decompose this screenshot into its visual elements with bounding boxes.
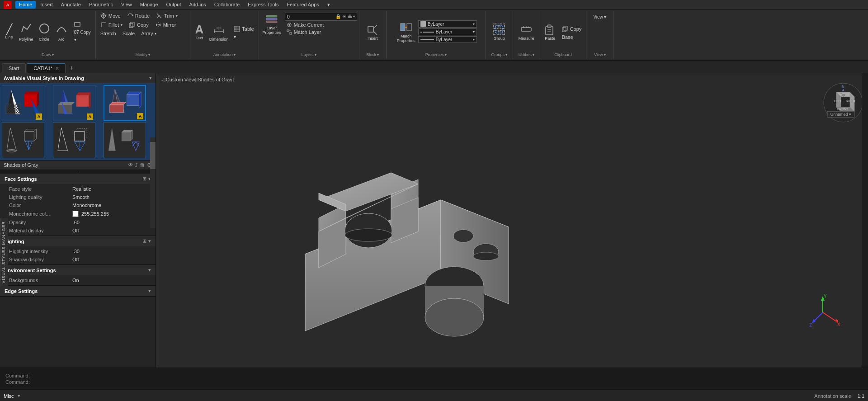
style-wireframe[interactable] bbox=[2, 122, 44, 158]
style-shaded-edges[interactable]: A bbox=[104, 85, 146, 121]
linetype-arrow[interactable]: ▾ bbox=[473, 30, 475, 34]
lighting-icon1[interactable]: ⊞ bbox=[142, 238, 146, 244]
face-settings-icon1[interactable]: ⊞ bbox=[142, 176, 146, 182]
styles-scrollbar[interactable] bbox=[150, 137, 156, 228]
menu-home[interactable]: Home bbox=[15, 1, 36, 9]
nav-cube[interactable]: Top LEFT RIGHT FRONT N Unnamed ▾ bbox=[823, 82, 859, 118]
measure-button[interactable]: Measure bbox=[517, 22, 536, 42]
fillet-arrow[interactable]: ▾ bbox=[121, 23, 123, 27]
groups-group-label-row: Groups ▾ bbox=[491, 52, 507, 58]
arc-button[interactable]: Arc bbox=[53, 21, 70, 42]
vsm-tab[interactable]: VISUAL STYLES MANAGER bbox=[0, 218, 8, 286]
layers-group-arrow[interactable]: ▾ bbox=[315, 53, 316, 57]
panel-collapse-arrow[interactable]: ▾ bbox=[149, 75, 152, 81]
tab-catia1-close[interactable]: ✕ bbox=[55, 66, 59, 71]
menu-output[interactable]: Output bbox=[163, 1, 185, 9]
lineweight-dropdown[interactable]: ByLayer ▾ bbox=[418, 36, 477, 43]
utilities-group-arrow[interactable]: ▾ bbox=[533, 53, 534, 57]
menu-more[interactable]: ▾ bbox=[324, 1, 334, 9]
style-hidden[interactable] bbox=[53, 122, 95, 158]
tab-catia1[interactable]: CATIA1* ✕ bbox=[27, 63, 66, 73]
lighting-arrow[interactable]: ▾ bbox=[148, 238, 151, 244]
edge-settings-arrow[interactable]: ▾ bbox=[148, 288, 151, 294]
dimension-button[interactable]: ◁▷ Dimension bbox=[208, 21, 231, 42]
lineweight-arrow[interactable]: ▾ bbox=[473, 38, 475, 42]
match-props-button[interactable]: MatchProperties bbox=[395, 20, 417, 44]
color-dropdown[interactable]: ByLayer ▾ bbox=[418, 20, 477, 28]
menu-parametric[interactable]: Parametric bbox=[85, 1, 117, 9]
style-icon-eye[interactable]: 👁 bbox=[128, 162, 133, 168]
style-icon-export[interactable]: ⤴ bbox=[135, 162, 138, 168]
view-group-arrow[interactable]: ▾ bbox=[604, 53, 606, 57]
linetype-dropdown[interactable]: ByLayer ▾ bbox=[418, 28, 477, 35]
layer-props-button[interactable]: LayerProperties bbox=[261, 12, 283, 36]
monochrome-swatch[interactable] bbox=[72, 211, 79, 217]
annotation-more[interactable]: ▾ bbox=[231, 33, 256, 40]
menu-express-tools[interactable]: Express Tools bbox=[244, 1, 282, 9]
trim-button[interactable]: Trim ▾ bbox=[153, 12, 180, 20]
style-icon-delete[interactable]: 🗑 bbox=[140, 162, 145, 168]
menu-insert[interactable]: Insert bbox=[37, 1, 57, 9]
face-settings-header[interactable]: Face Settings ⊞ ▾ bbox=[0, 174, 156, 184]
fillet-button[interactable]: Fillet ▾ bbox=[98, 21, 125, 29]
annotation-group-arrow[interactable]: ▾ bbox=[234, 53, 236, 57]
color-arrow[interactable]: ▾ bbox=[473, 22, 475, 26]
edge-settings-header[interactable]: Edge Settings ▾ bbox=[0, 286, 156, 296]
table-button[interactable]: Table bbox=[231, 25, 256, 33]
rectangle-button[interactable] bbox=[71, 20, 94, 28]
07copy-button[interactable]: 07 Copy bbox=[71, 29, 94, 36]
draw-more-button[interactable]: ▾ bbox=[71, 36, 94, 43]
layer-dropdown[interactable]: 0 🔒 ☀ 🖶 ▾ bbox=[285, 13, 357, 21]
svg-marker-55 bbox=[24, 92, 39, 94]
group-button[interactable]: Group bbox=[491, 22, 507, 42]
stretch-button[interactable]: Stretch bbox=[98, 30, 119, 37]
copy-clip-button[interactable]: Copy bbox=[559, 25, 585, 33]
view-more[interactable]: View ▾ bbox=[590, 14, 609, 20]
text-button[interactable]: A Text bbox=[192, 23, 207, 41]
right-scroll[interactable] bbox=[862, 73, 868, 368]
groups-group-arrow[interactable]: ▾ bbox=[505, 53, 507, 57]
tab-add-button[interactable]: + bbox=[66, 63, 76, 73]
menu-featured-apps[interactable]: Featured Apps bbox=[283, 1, 323, 9]
copy-button[interactable]: Copy bbox=[126, 21, 151, 29]
menu-manage[interactable]: Manage bbox=[137, 1, 162, 9]
match-layer-button[interactable]: Match Layer bbox=[285, 29, 357, 35]
modify-group-arrow[interactable]: ▾ bbox=[148, 53, 150, 57]
menu-addins[interactable]: Add-ins bbox=[186, 1, 210, 9]
unnamed-label[interactable]: Unnamed ▾ bbox=[827, 111, 855, 118]
style-shades-gray[interactable] bbox=[104, 122, 146, 158]
polyline-button[interactable]: Polyline bbox=[17, 21, 35, 42]
line-button[interactable]: ╱ Line bbox=[2, 24, 16, 40]
edge-settings-section: Edge Settings ▾ bbox=[0, 286, 156, 297]
menu-collaborate[interactable]: Collaborate bbox=[211, 1, 243, 9]
array-arrow[interactable]: ▾ bbox=[155, 32, 156, 36]
polyline-label: Polyline bbox=[19, 37, 33, 42]
trim-arrow[interactable]: ▾ bbox=[176, 14, 178, 18]
array-button[interactable]: Array ▾ bbox=[138, 30, 159, 37]
layer-arrow[interactable]: ▾ bbox=[353, 14, 355, 19]
move-button[interactable]: Move bbox=[98, 12, 123, 20]
rotate-button[interactable]: Rotate bbox=[124, 12, 152, 20]
draw-group-label: Draw bbox=[42, 52, 51, 58]
lighting-header[interactable]: Lighting ⊞ ▾ bbox=[0, 236, 156, 246]
style-realistic[interactable]: A bbox=[2, 85, 44, 121]
environment-arrow[interactable]: ▾ bbox=[148, 267, 151, 273]
paste-button[interactable]: Paste bbox=[542, 22, 558, 42]
mirror-button[interactable]: Mirror bbox=[152, 21, 179, 29]
misc-dropdown-arrow[interactable]: ▾ bbox=[18, 393, 20, 399]
circle-button[interactable]: Circle bbox=[36, 21, 52, 42]
lighting-icons: ⊞ ▾ bbox=[142, 238, 151, 244]
base-button[interactable]: Base bbox=[559, 33, 585, 41]
properties-group-arrow[interactable]: ▾ bbox=[445, 53, 447, 57]
environment-header[interactable]: Environment Settings ▾ bbox=[0, 265, 156, 275]
style-shaded[interactable]: A bbox=[53, 85, 95, 121]
tab-start[interactable]: Start bbox=[2, 63, 26, 73]
menu-annotate[interactable]: Annotate bbox=[57, 1, 85, 9]
scale-button[interactable]: Scale bbox=[120, 30, 138, 37]
make-current-button[interactable]: Make Current bbox=[285, 22, 357, 28]
insert-block-button[interactable]: Insert bbox=[364, 22, 381, 42]
draw-group-arrow[interactable]: ▾ bbox=[52, 53, 54, 57]
drag-handle[interactable] bbox=[0, 170, 156, 174]
menu-view[interactable]: View bbox=[118, 1, 136, 9]
block-group-arrow[interactable]: ▾ bbox=[377, 53, 379, 57]
